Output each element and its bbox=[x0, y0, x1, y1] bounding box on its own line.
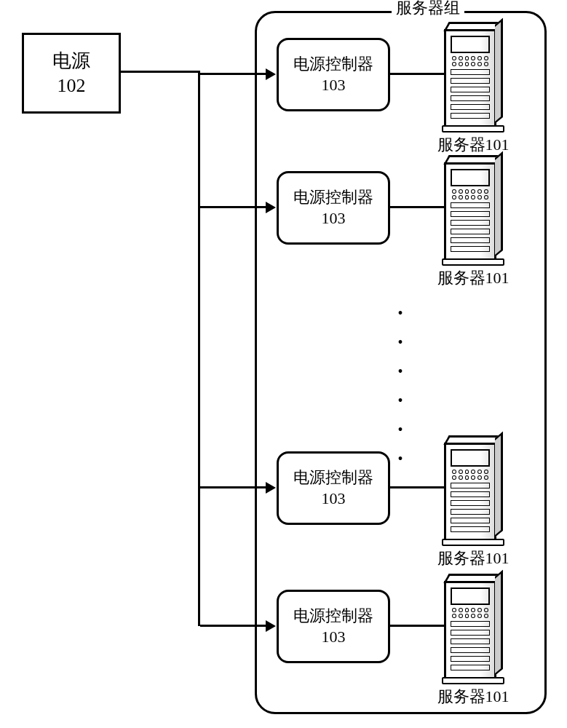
power-controller-box: 电源控制器103 bbox=[277, 451, 390, 525]
ellipsis-dots: •••••• bbox=[393, 306, 408, 466]
line-branch bbox=[200, 625, 266, 627]
power-id: 102 bbox=[58, 74, 86, 98]
line-branch bbox=[200, 206, 266, 208]
server-icon bbox=[444, 443, 495, 542]
arrow-right-icon bbox=[266, 68, 276, 80]
server-group-label: 服务器组 bbox=[392, 0, 464, 19]
server-label: 服务器101 bbox=[426, 547, 520, 569]
controller-id: 103 bbox=[322, 627, 346, 648]
line-ctrl-to-server bbox=[390, 486, 444, 488]
line-branch bbox=[200, 486, 266, 488]
controller-label: 电源控制器 bbox=[293, 54, 373, 75]
controller-id: 103 bbox=[322, 488, 346, 510]
power-controller-box: 电源控制器103 bbox=[277, 171, 390, 245]
line-ctrl-to-server bbox=[390, 206, 444, 208]
server-label: 服务器101 bbox=[426, 267, 520, 289]
controller-label: 电源控制器 bbox=[293, 467, 373, 488]
controller-id: 103 bbox=[322, 75, 346, 96]
line-power-to-bus bbox=[119, 71, 200, 73]
arrow-right-icon bbox=[266, 620, 276, 632]
server-icon bbox=[444, 162, 495, 261]
power-label: 电源 bbox=[52, 49, 90, 74]
server-label: 服务器101 bbox=[426, 134, 520, 156]
controller-id: 103 bbox=[322, 208, 346, 229]
line-branch bbox=[200, 73, 266, 75]
power-source-box: 电源 102 bbox=[22, 33, 121, 114]
server-icon bbox=[444, 29, 495, 128]
controller-label: 电源控制器 bbox=[293, 187, 373, 208]
server-icon bbox=[444, 581, 495, 680]
power-controller-box: 电源控制器103 bbox=[277, 38, 390, 111]
server-label: 服务器101 bbox=[426, 686, 520, 708]
line-ctrl-to-server bbox=[390, 73, 444, 75]
arrow-right-icon bbox=[266, 202, 276, 213]
line-ctrl-to-server bbox=[390, 625, 444, 627]
controller-label: 电源控制器 bbox=[293, 606, 373, 627]
power-controller-box: 电源控制器103 bbox=[277, 590, 390, 663]
line-bus-vertical bbox=[198, 71, 200, 626]
arrow-right-icon bbox=[266, 482, 276, 494]
